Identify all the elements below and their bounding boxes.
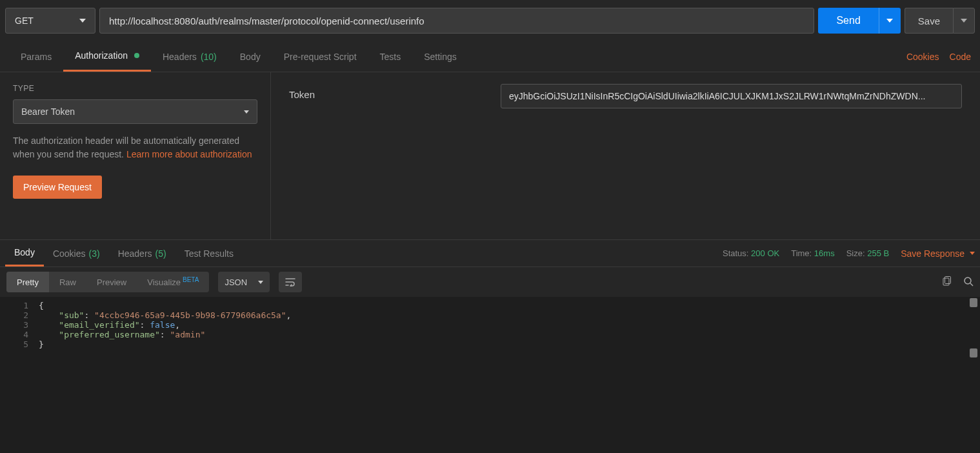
token-input[interactable] [501,84,962,108]
view-mode-group: Pretty Raw Preview VisualizeBETA [6,272,209,292]
chevron-down-icon [244,110,249,114]
resp-tab-body[interactable]: Body [5,240,44,267]
copy-icon [941,276,952,287]
send-dropdown[interactable] [879,8,901,34]
scroll-thumb[interactable] [970,348,977,357]
active-dot-icon [134,53,139,58]
save-response-button[interactable]: Save Response [901,248,975,259]
cookies-link[interactable]: Cookies [906,52,939,62]
http-method-value: GET [15,15,34,26]
save-button[interactable]: Save [905,8,953,34]
auth-description: The authorization header will be automat… [13,134,257,161]
response-tabs: Body Cookies (3) Headers (5) Test Result… [0,240,980,267]
tab-headers[interactable]: Headers (10) [151,41,228,72]
url-input[interactable] [99,8,814,34]
beta-badge: BETA [183,276,199,283]
view-preview[interactable]: Preview [86,272,137,292]
http-method-select[interactable]: GET [5,8,95,34]
view-pretty[interactable]: Pretty [6,272,49,292]
chevron-down-icon [970,252,975,255]
format-select[interactable]: JSON [218,272,270,292]
svg-rect-1 [945,276,951,283]
learn-more-link[interactable]: Learn more about authorization [126,149,252,159]
view-raw[interactable]: Raw [49,272,86,292]
chevron-down-icon [258,281,263,284]
response-meta: Status: 200 OK Time: 16ms Size: 255 B [723,248,889,258]
svg-line-3 [970,283,973,286]
resp-tab-cookies[interactable]: Cookies (3) [44,240,109,267]
scroll-thumb[interactable] [970,298,977,307]
token-label: Token [289,84,483,100]
preview-request-button[interactable]: Preview Request [13,176,102,199]
scrollbar[interactable] [970,298,979,421]
tab-body[interactable]: Body [228,41,272,72]
chevron-down-icon [886,19,893,23]
copy-button[interactable] [941,276,952,288]
svg-rect-0 [943,278,949,285]
search-button[interactable] [963,276,974,288]
size-value: 255 B [867,248,889,258]
status-value: 200 OK [751,248,779,258]
tab-params[interactable]: Params [9,41,63,72]
request-tabs: Params Authorization Headers (10) Body P… [0,41,980,72]
tab-prerequest[interactable]: Pre-request Script [272,41,368,72]
wrap-lines-button[interactable] [279,272,302,292]
svg-point-2 [965,277,971,284]
chevron-down-icon [961,19,967,23]
response-body[interactable]: 1{ 2 "sub": "4ccbc946-65a9-445b-9b98-677… [0,297,980,419]
wrap-icon [285,277,295,287]
tab-authorization[interactable]: Authorization [63,41,151,72]
auth-type-select[interactable]: Bearer Token [13,99,257,124]
code-link[interactable]: Code [950,52,971,62]
resp-tab-headers[interactable]: Headers (5) [109,240,175,267]
time-value: 16ms [814,248,835,258]
chevron-down-icon [79,19,86,23]
save-dropdown[interactable] [953,8,975,34]
tab-tests[interactable]: Tests [368,41,413,72]
send-button[interactable]: Send [818,8,878,34]
tab-settings[interactable]: Settings [412,41,468,72]
auth-type-label: TYPE [13,84,257,93]
search-icon [963,276,974,287]
resp-tab-test-results[interactable]: Test Results [175,240,243,267]
view-visualize[interactable]: VisualizeBETA [137,272,209,292]
